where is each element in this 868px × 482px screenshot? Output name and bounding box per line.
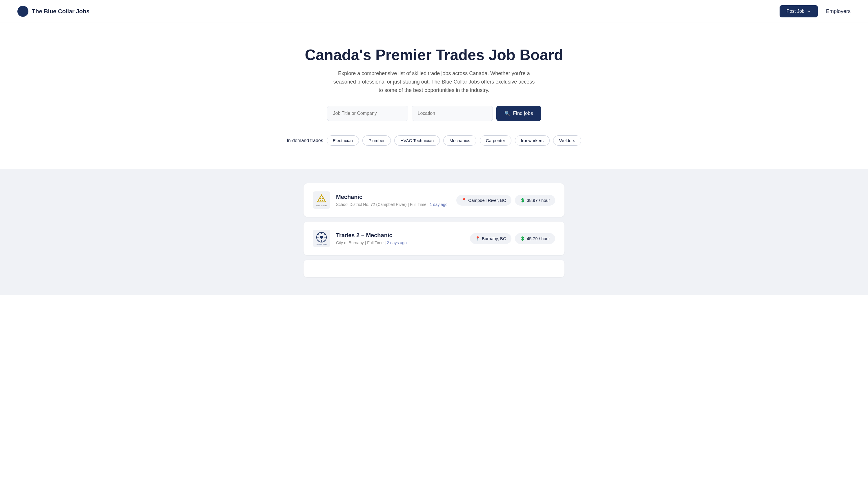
- search-icon: 🔍: [504, 111, 510, 116]
- trade-tag[interactable]: Plumber: [362, 135, 391, 146]
- job-card[interactable]: City of Burnaby Trades 2 – Mechanic City…: [304, 221, 564, 255]
- job-salary: 45.79 / hour: [527, 236, 550, 241]
- location-pin-icon: 📍: [462, 198, 466, 203]
- job-timestamp: 2 days ago: [387, 240, 407, 245]
- hero-subtitle: Explore a comprehensive list of skilled …: [333, 69, 535, 94]
- job-info: Mechanic School District No. 72 (Campbel…: [336, 194, 447, 207]
- location-badge: 📍 Burnaby, BC: [470, 233, 512, 244]
- salary-badge: 💲 38.97 / hour: [515, 195, 555, 206]
- logo-area[interactable]: The Blue Collar Jobs: [18, 6, 90, 17]
- hero-title: Canada's Premier Trades Job Board: [6, 46, 862, 63]
- jobs-container: Make a Future Mechanic School District N…: [304, 183, 564, 277]
- search-bar: 🔍 Find jobs: [6, 106, 862, 121]
- job-title: Trades 2 – Mechanic: [336, 232, 407, 239]
- jobs-section: Make a Future Mechanic School District N…: [0, 169, 868, 295]
- logo-text: The Blue Collar Jobs: [32, 8, 90, 15]
- job-card-left: City of Burnaby Trades 2 – Mechanic City…: [313, 230, 407, 247]
- svg-point-3: [320, 236, 323, 239]
- job-salary: 38.97 / hour: [527, 198, 550, 203]
- trade-tag[interactable]: Carpenter: [480, 135, 512, 146]
- job-card[interactable]: Make a Future Mechanic School District N…: [304, 183, 564, 217]
- in-demand-trades-label: In-demand trades: [287, 138, 323, 143]
- company-logo: City of Burnaby: [313, 230, 330, 247]
- job-card-partial[interactable]: [304, 260, 564, 277]
- trade-tag[interactable]: Electrician: [327, 135, 359, 146]
- job-meta: City of Burnaby | Full Time | 2 days ago: [336, 240, 407, 245]
- job-title: Mechanic: [336, 194, 447, 201]
- salary-badge: 💲 45.79 / hour: [515, 233, 555, 244]
- job-location: Campbell River, BC: [468, 198, 506, 203]
- trade-tag[interactable]: Mechanics: [443, 135, 476, 146]
- money-icon: 💲: [520, 198, 525, 203]
- job-timestamp: 1 day ago: [430, 202, 447, 207]
- company-logo: Make a Future: [313, 191, 330, 209]
- employers-link[interactable]: Employers: [826, 8, 850, 14]
- svg-point-1: [320, 198, 323, 201]
- trade-tag[interactable]: Welders: [553, 135, 581, 146]
- job-location: Burnaby, BC: [482, 236, 506, 241]
- find-jobs-label: Find jobs: [513, 111, 533, 116]
- logo-icon: [18, 6, 28, 17]
- find-jobs-button[interactable]: 🔍 Find jobs: [496, 106, 541, 121]
- post-job-button[interactable]: Post Job →: [780, 5, 818, 18]
- job-meta: School District No. 72 (Campbell River) …: [336, 202, 447, 207]
- hero-section: Canada's Premier Trades Job Board Explor…: [0, 23, 868, 169]
- trades-row: In-demand trades ElectricianPlumberHVAC …: [6, 135, 862, 151]
- trade-tag[interactable]: Ironworkers: [515, 135, 550, 146]
- header-right: Post Job → Employers: [780, 5, 850, 18]
- trade-tag[interactable]: HVAC Technician: [394, 135, 440, 146]
- job-info: Trades 2 – Mechanic City of Burnaby | Fu…: [336, 232, 407, 245]
- arrow-icon: →: [807, 9, 811, 13]
- job-title-input[interactable]: [327, 106, 408, 121]
- location-pin-icon: 📍: [475, 236, 480, 241]
- money-icon: 💲: [520, 236, 525, 241]
- job-card-right: 📍 Burnaby, BC 💲 45.79 / hour: [470, 233, 555, 244]
- location-input[interactable]: [412, 106, 493, 121]
- job-card-right: 📍 Campbell River, BC 💲 38.97 / hour: [456, 195, 555, 206]
- job-card-left: Make a Future Mechanic School District N…: [313, 191, 447, 209]
- location-badge: 📍 Campbell River, BC: [456, 195, 512, 206]
- post-job-label: Post Job: [786, 9, 805, 14]
- header: The Blue Collar Jobs Post Job → Employer…: [0, 0, 868, 23]
